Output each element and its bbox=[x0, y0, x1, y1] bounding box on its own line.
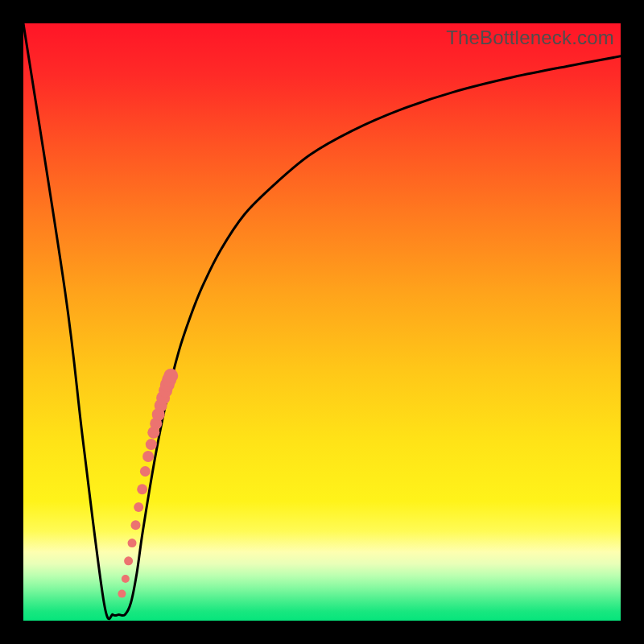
gpu-point bbox=[137, 484, 147, 494]
gpu-point bbox=[134, 502, 143, 512]
gpu-point bbox=[122, 575, 130, 583]
gpu-point bbox=[131, 520, 141, 530]
plot-area: TheBottleneck.com bbox=[23, 23, 621, 621]
watermark-text: TheBottleneck.com bbox=[446, 27, 614, 49]
bottleneck-curve bbox=[23, 23, 621, 619]
gpu-point bbox=[142, 451, 154, 462]
gpu-point bbox=[140, 466, 151, 477]
gpu-point bbox=[124, 556, 133, 565]
gpu-scatter bbox=[118, 369, 178, 598]
gpu-point bbox=[118, 590, 126, 598]
gpu-point bbox=[163, 369, 178, 383]
curve-layer bbox=[23, 23, 621, 621]
chart-frame: TheBottleneck.com bbox=[0, 0, 644, 644]
gpu-point bbox=[146, 439, 157, 450]
gpu-point bbox=[128, 539, 137, 547]
